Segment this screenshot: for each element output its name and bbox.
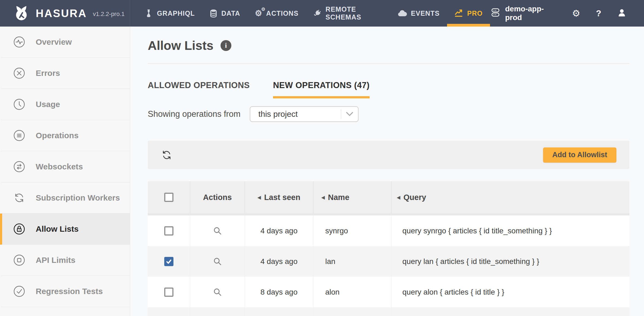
sidebar-item-operations[interactable]: Operations xyxy=(0,120,130,151)
version-label: v1.2.2-pro.1 xyxy=(93,11,124,18)
name-cell: lan xyxy=(313,246,392,277)
sidebar-item-label: Regression Tests xyxy=(36,287,103,296)
search-icon[interactable] xyxy=(212,256,223,267)
nav-label: GRAPHIQL xyxy=(157,9,195,17)
cloud-icon xyxy=(397,9,407,17)
nav-label: EVENTS xyxy=(411,9,440,17)
project-name: demo-app-prod xyxy=(505,5,556,22)
last-seen-cell: 8 days ago xyxy=(245,277,313,307)
select-value: this project xyxy=(250,109,341,119)
swap-arrows-circle-icon xyxy=(13,160,25,173)
sidebar-item-api-limits[interactable]: API Limits xyxy=(0,245,130,276)
brand-name: HASURA xyxy=(36,7,87,20)
help-icon[interactable]: ? xyxy=(596,9,601,18)
nav-label: DATA xyxy=(221,9,240,17)
sidebar-item-label: Errors xyxy=(36,69,60,78)
sidebar-item-subscription-workers[interactable]: Subscription Workers xyxy=(0,182,130,214)
sidebar-item-websockets[interactable]: Websockets xyxy=(0,151,130,182)
last-seen-cell: 4 days ago xyxy=(245,246,313,277)
brand[interactable]: HASURA v1.2.2-pro.1 xyxy=(0,0,130,27)
sidebar-item-label: Usage xyxy=(36,100,60,109)
project-scope-select[interactable]: this project xyxy=(250,106,359,122)
clock-circle-icon xyxy=(13,98,25,111)
nav-pro[interactable]: PRO xyxy=(447,0,490,27)
settings-gear-icon[interactable]: ⚙ xyxy=(572,9,580,18)
sidebar-item-usage[interactable]: Usage xyxy=(0,89,130,120)
refresh-icon[interactable] xyxy=(161,149,173,161)
select-all-checkbox[interactable] xyxy=(164,193,173,202)
table-row: 4 days ago lan query lan { articles { id… xyxy=(148,246,629,277)
table-toolbar: Add to Allowlist xyxy=(148,141,629,169)
sidebar: Overview Errors Usage Operations Websock… xyxy=(0,27,130,316)
row-checkbox[interactable] xyxy=(164,226,173,236)
list-circle-icon xyxy=(13,129,25,142)
gears-icon: ⚙⚙ xyxy=(255,9,262,17)
header-right: demo-app-prod ⚙ ? xyxy=(490,0,644,27)
table-row: 8 days ago alon query alon { articles { … xyxy=(148,277,629,307)
sidebar-item-allow-lists[interactable]: Allow Lists xyxy=(0,214,130,245)
user-icon[interactable] xyxy=(617,8,627,19)
trending-chart-icon xyxy=(454,9,464,18)
sidebar-item-label: API Limits xyxy=(36,256,75,265)
page-title: Allow Lists xyxy=(148,38,213,53)
nav-label: REMOTE SCHEMAS xyxy=(326,5,383,21)
sidebar-item-errors[interactable]: Errors xyxy=(0,58,130,89)
nav-events[interactable]: EVENTS xyxy=(390,0,447,27)
tab-allowed-operations[interactable]: ALLOWED OPERATIONS xyxy=(148,80,250,98)
sidebar-item-label: Subscription Workers xyxy=(36,193,120,202)
last-seen-cell: 4 days ago xyxy=(245,215,313,246)
column-header-name[interactable]: ◂ Name xyxy=(313,181,392,213)
sort-icon: ◂ xyxy=(258,194,261,201)
sidebar-item-label: Allow Lists xyxy=(36,224,78,234)
operations-filter: Showing operations from this project xyxy=(148,106,629,122)
sidebar-item-label: Websockets xyxy=(36,162,83,171)
nav-data[interactable]: DATA xyxy=(202,0,248,27)
sync-arrows-icon xyxy=(13,192,25,204)
x-circle-icon xyxy=(13,67,25,79)
search-icon[interactable] xyxy=(212,287,223,298)
nav-remote-schemas[interactable]: REMOTE SCHEMAS xyxy=(306,0,390,27)
query-cell: query alon { articles { id title } } xyxy=(392,277,629,307)
main-content: Allow Lists i ALLOWED OPERATIONS NEW OPE… xyxy=(130,27,644,316)
row-checkbox[interactable] xyxy=(164,288,173,297)
table-header-row: Actions ◂ Last seen ◂ Name ◂ Query xyxy=(148,181,629,213)
sidebar-item-overview[interactable]: Overview xyxy=(0,27,130,58)
sidebar-item-label: Overview xyxy=(36,37,72,47)
lock-circle-icon xyxy=(13,223,25,235)
nav-actions[interactable]: ⚙⚙ ACTIONS xyxy=(248,0,306,27)
activity-circle-icon xyxy=(13,36,25,48)
hasura-pro-console: HASURA v1.2.2-pro.1 GRAPHIQL xyxy=(0,0,644,316)
row-checkbox[interactable] xyxy=(164,257,173,266)
name-cell: alon xyxy=(313,277,392,307)
search-icon[interactable] xyxy=(212,225,223,236)
nav-graphiql[interactable]: GRAPHIQL xyxy=(138,0,202,27)
table-row: 4 days ago synrgo query synrgo { article… xyxy=(148,215,629,246)
operations-table: Actions ◂ Last seen ◂ Name ◂ Query xyxy=(148,181,629,316)
flask-icon xyxy=(146,9,153,18)
project-switcher[interactable]: demo-app-prod xyxy=(490,5,556,22)
query-cell: query synrgo { articles { id title_somet… xyxy=(392,215,629,246)
square-circle-icon xyxy=(13,254,25,266)
add-to-allowlist-button[interactable]: Add to Allowlist xyxy=(543,147,616,163)
tab-new-operations[interactable]: NEW OPERATIONS (47) xyxy=(273,80,370,98)
column-header-actions: Actions xyxy=(190,181,245,213)
sidebar-item-regression-tests[interactable]: Regression Tests xyxy=(0,276,130,307)
sort-icon: ◂ xyxy=(321,194,325,201)
server-icon xyxy=(490,7,501,20)
nav-label: PRO xyxy=(467,9,483,17)
filter-label: Showing operations from xyxy=(148,109,241,119)
column-header-query[interactable]: ◂ Query xyxy=(392,181,629,213)
check-circle-icon xyxy=(13,285,25,298)
table-header-gap xyxy=(148,213,629,215)
column-header-last-seen[interactable]: ◂ Last seen xyxy=(245,181,313,213)
name-cell: synrgo xyxy=(313,215,392,246)
database-icon xyxy=(209,9,218,18)
top-navbar: HASURA v1.2.2-pro.1 GRAPHIQL xyxy=(0,0,644,27)
sidebar-item-label: Operations xyxy=(36,131,78,140)
sort-icon: ◂ xyxy=(397,194,400,201)
nav-label: ACTIONS xyxy=(266,9,299,17)
chevron-down-icon xyxy=(341,112,358,116)
table-row-partial xyxy=(148,307,629,316)
main-nav: GRAPHIQL DATA ⚙⚙ ACTIONS xyxy=(138,0,490,27)
info-icon[interactable]: i xyxy=(221,40,231,51)
